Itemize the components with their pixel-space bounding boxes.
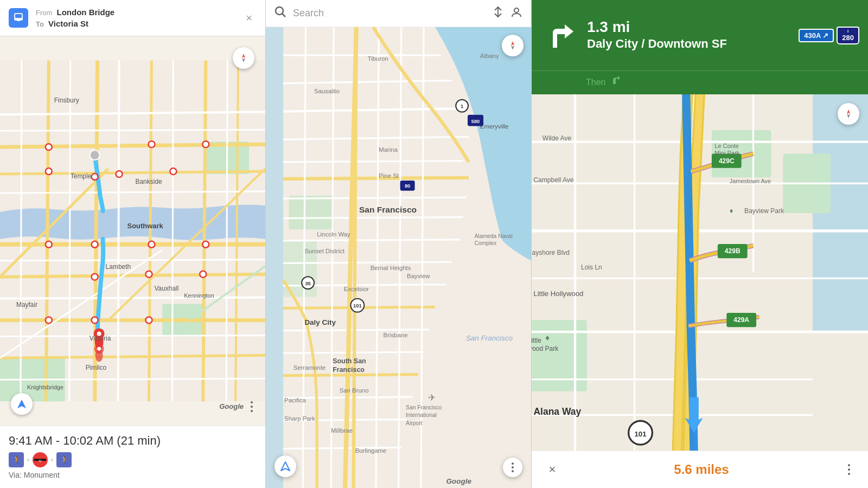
walk-icon: 🚶: [9, 452, 24, 467]
search-input[interactable]: Search: [293, 5, 486, 21]
svg-point-60: [97, 347, 101, 351]
svg-text:Sunset District: Sunset District: [304, 248, 344, 254]
svg-text:Millbrae: Millbrae: [331, 427, 353, 434]
to-label: To: [36, 20, 44, 28]
svg-text:Bankside: Bankside: [135, 178, 162, 185]
svg-point-45: [148, 241, 155, 248]
more-dots-container: [503, 458, 522, 477]
account-icon[interactable]: [510, 6, 522, 21]
svg-text:Alameda Naval: Alameda Naval: [474, 233, 512, 239]
interstate-label: I: [847, 29, 848, 34]
directions-icon[interactable]: [492, 6, 504, 21]
svg-point-40: [116, 171, 123, 177]
svg-text:Bayshore Blvd: Bayshore Blvd: [532, 249, 570, 256]
svg-text:Jamestown Ave: Jamestown Ave: [730, 178, 771, 184]
svg-text:Lincoln Way: Lincoln Way: [317, 231, 350, 237]
svg-text:101: 101: [635, 430, 647, 438]
svg-point-41: [46, 168, 52, 175]
from-value: London Bridge: [57, 8, 115, 17]
svg-text:♦: ♦: [545, 333, 550, 342]
svg-text:Alana Way: Alana Way: [533, 406, 581, 417]
route-from: From London Bridge: [36, 7, 234, 18]
svg-point-43: [202, 142, 209, 148]
svg-line-95: [283, 262, 452, 263]
svg-text:80: 80: [405, 183, 410, 189]
svg-line-94: [283, 240, 461, 241]
svg-line-31: [226, 61, 227, 402]
i280-shield: I 280: [837, 27, 859, 44]
close-button[interactable]: ×: [241, 10, 257, 25]
svg-rect-84: [289, 196, 334, 229]
from-label: From: [36, 9, 52, 17]
svg-point-51: [92, 317, 98, 324]
svg-text:Lois Ln: Lois Ln: [581, 264, 602, 271]
route-info: From London Bridge To Victoria St: [36, 7, 234, 29]
svg-line-90: [283, 161, 463, 162]
nav-header: 1.3 mi Daly City / Downtown SF 430A ↗ I …: [532, 0, 868, 70]
london-map[interactable]: Finsbury Temple Bankside Southwark Lambe…: [0, 36, 265, 426]
svg-line-25: [0, 336, 265, 337]
svg-marker-151: [511, 46, 514, 50]
svg-point-46: [202, 241, 209, 248]
svg-line-91: [283, 178, 469, 179]
panel-sf-map: Search: [266, 0, 532, 488]
navigate-button[interactable]: [11, 393, 33, 415]
exit-label: 430A: [804, 31, 821, 40]
svg-text:1: 1: [461, 104, 463, 109]
google-logo: Google: [219, 402, 244, 410]
compass-button[interactable]: [502, 35, 524, 56]
transit-header: From London Bridge To Victoria St ×: [0, 0, 265, 36]
nav-map-area[interactable]: 429C 429B 429A Wilde Ave Campbell Ave Ba…: [532, 94, 868, 451]
transit-modes: 🚶 › U › 🚶: [9, 452, 257, 467]
svg-point-3: [20, 18, 22, 21]
svg-marker-74: [17, 400, 26, 408]
i280-number: 280: [842, 34, 854, 42]
map-more-button[interactable]: [244, 399, 260, 415]
svg-rect-1: [15, 14, 22, 18]
total-distance: 5.6 miles: [674, 462, 729, 477]
tube-icon: U: [33, 452, 48, 467]
locate-button[interactable]: [275, 455, 296, 477]
nav-compass-button[interactable]: [838, 103, 859, 125]
svg-text:Little Hollywood: Little Hollywood: [533, 290, 583, 298]
nav-info: 1.3 mi Daly City / Downtown SF: [587, 20, 790, 51]
svg-line-79: [282, 14, 285, 17]
svg-line-23: [0, 260, 265, 261]
nav-more-button[interactable]: [841, 461, 857, 478]
to-value: Victoria St: [48, 19, 88, 28]
svg-point-44: [92, 241, 98, 248]
svg-marker-193: [847, 114, 850, 118]
svg-text:Emeryville: Emeryville: [480, 123, 509, 130]
svg-text:Wilde Ave: Wilde Ave: [542, 134, 572, 142]
header-icons: [492, 6, 522, 21]
time-range: 9:41 AM - 10:02 AM (21 min): [9, 434, 257, 448]
svg-text:Daly City: Daly City: [304, 318, 336, 326]
more-button[interactable]: [503, 458, 522, 477]
transit-mode-icon: [9, 8, 28, 28]
svg-text:Airport: Airport: [406, 420, 423, 426]
walk2-icon: 🚶: [56, 452, 72, 467]
svg-text:San Francisco: San Francisco: [359, 205, 417, 214]
sf-map-area[interactable]: Tiburon Sausalito Albany Emeryville Mari…: [266, 27, 531, 488]
svg-point-47: [46, 241, 52, 248]
svg-text:Burlingame: Burlingame: [355, 447, 387, 454]
svg-line-21: [0, 130, 265, 131]
svg-text:Mini Park: Mini Park: [714, 150, 739, 156]
nav-bottom-bar: × 5.6 miles: [532, 451, 868, 488]
nav-close-button[interactable]: ×: [542, 460, 562, 479]
svg-line-28: [69, 61, 71, 402]
svg-text:Marina: Marina: [379, 146, 398, 153]
svg-text:Complex: Complex: [474, 240, 497, 246]
svg-text:South San: South San: [333, 357, 366, 365]
svg-point-2: [15, 18, 17, 21]
svg-text:San Bruno: San Bruno: [340, 387, 369, 394]
svg-point-48: [92, 274, 98, 280]
svg-text:101: 101: [353, 303, 362, 309]
svg-text:Tiburon: Tiburon: [367, 55, 388, 62]
svg-marker-150: [511, 41, 514, 46]
svg-text:✈: ✈: [428, 393, 436, 403]
svg-line-98: [283, 330, 430, 331]
nav-distance: 1.3 mi: [587, 20, 790, 35]
map-controls: [275, 455, 296, 477]
svg-text:Serramonte: Serramonte: [293, 364, 326, 371]
